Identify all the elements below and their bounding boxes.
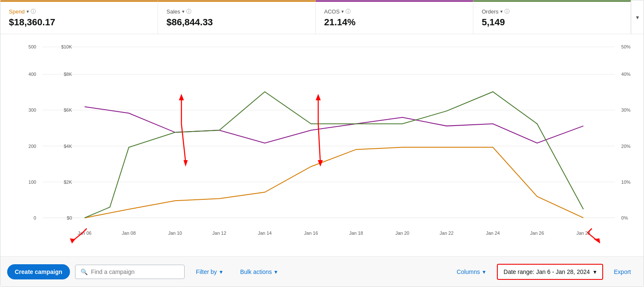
search-input[interactable] bbox=[91, 268, 179, 275]
svg-text:50%: 50% bbox=[621, 44, 631, 49]
columns-chevron-icon: ▾ bbox=[483, 268, 486, 275]
acos-value: 21.14% bbox=[324, 17, 464, 28]
sales-chevron-icon[interactable]: ▾ bbox=[182, 9, 185, 14]
orders-info-icon[interactable]: ⓘ bbox=[504, 8, 510, 15]
filter-by-button[interactable]: Filter by ▾ bbox=[190, 264, 229, 279]
svg-text:Jan 18: Jan 18 bbox=[349, 231, 363, 236]
acos-label: ACOS bbox=[324, 8, 340, 15]
sales-info-icon[interactable]: ⓘ bbox=[186, 8, 191, 15]
search-box: 🔍 bbox=[75, 265, 185, 279]
spend-info-icon[interactable]: ⓘ bbox=[31, 8, 36, 15]
bulk-actions-button[interactable]: Bulk actions ▾ bbox=[234, 264, 284, 279]
metric-sales: Sales ▾ ⓘ $86,844.33 bbox=[158, 0, 316, 34]
main-container: Spend ▾ ⓘ $18,360.17 Sales ▾ ⓘ $86,844.3… bbox=[0, 0, 644, 287]
svg-text:$4K: $4K bbox=[64, 144, 72, 149]
svg-text:$2K: $2K bbox=[64, 180, 72, 185]
svg-text:40%: 40% bbox=[621, 72, 631, 77]
filter-chevron-icon: ▾ bbox=[220, 268, 223, 275]
svg-text:200: 200 bbox=[29, 144, 36, 149]
date-range-label: Date range: Jan 6 - Jan 28, 2024 bbox=[504, 268, 590, 275]
svg-marker-37 bbox=[183, 160, 188, 166]
svg-text:Jan 24: Jan 24 bbox=[486, 231, 500, 236]
bulk-chevron-icon: ▾ bbox=[274, 268, 277, 275]
svg-text:400: 400 bbox=[29, 72, 36, 77]
search-icon: 🔍 bbox=[80, 268, 88, 275]
svg-text:300: 300 bbox=[29, 107, 36, 113]
svg-text:Jan 16: Jan 16 bbox=[304, 231, 318, 236]
columns-label: Columns bbox=[457, 268, 480, 275]
chart-area: 0 100 200 300 400 500 $0 $2K $4K $6K $8K… bbox=[0, 34, 644, 256]
svg-text:Jan 12: Jan 12 bbox=[212, 231, 226, 236]
date-range-button[interactable]: Date range: Jan 6 - Jan 28, 2024 ▾ bbox=[497, 264, 603, 280]
filter-label: Filter by bbox=[196, 268, 217, 275]
svg-text:Jan 10: Jan 10 bbox=[168, 231, 182, 236]
svg-text:0%: 0% bbox=[621, 215, 628, 220]
svg-line-36 bbox=[181, 124, 185, 162]
svg-text:20%: 20% bbox=[621, 144, 631, 149]
columns-button[interactable]: Columns ▾ bbox=[451, 264, 492, 279]
sales-value: $86,844.33 bbox=[166, 17, 307, 28]
svg-marker-46 bbox=[70, 239, 75, 244]
orders-label: Orders bbox=[482, 8, 499, 15]
svg-text:10%: 10% bbox=[621, 180, 631, 185]
svg-marker-39 bbox=[179, 94, 184, 100]
spend-chevron-icon[interactable]: ▾ bbox=[27, 9, 29, 14]
spend-value: $18,360.17 bbox=[9, 17, 149, 28]
metrics-expand-button[interactable]: ▾ bbox=[631, 0, 644, 34]
acos-info-icon[interactable]: ⓘ bbox=[346, 8, 351, 15]
bottom-toolbar: Create campaign 🔍 Filter by ▾ Bulk actio… bbox=[0, 256, 644, 287]
annotation-arrow-sales bbox=[179, 94, 188, 166]
annotation-arrow-acos bbox=[316, 94, 323, 166]
sales-label: Sales bbox=[166, 8, 180, 15]
bulk-label: Bulk actions bbox=[240, 268, 272, 275]
svg-text:Jan 22: Jan 22 bbox=[440, 231, 453, 236]
metrics-bar: Spend ▾ ⓘ $18,360.17 Sales ▾ ⓘ $86,844.3… bbox=[0, 0, 644, 34]
export-button[interactable]: Export bbox=[608, 265, 637, 279]
svg-text:$10K: $10K bbox=[61, 44, 72, 49]
metric-spend: Spend ▾ ⓘ $18,360.17 bbox=[0, 0, 158, 34]
svg-text:0: 0 bbox=[34, 215, 36, 220]
svg-line-40 bbox=[318, 124, 320, 162]
date-range-chevron-icon: ▾ bbox=[593, 268, 596, 275]
svg-marker-49 bbox=[594, 239, 600, 244]
create-campaign-button[interactable]: Create campaign bbox=[7, 264, 70, 279]
metric-acos: ACOS ▾ ⓘ 21.14% bbox=[316, 0, 473, 34]
svg-text:Jan 14: Jan 14 bbox=[258, 231, 272, 236]
svg-text:$8K: $8K bbox=[64, 72, 72, 77]
svg-text:Jan 08: Jan 08 bbox=[122, 231, 136, 236]
orders-value: 5,149 bbox=[482, 17, 622, 28]
svg-text:Jan 26: Jan 26 bbox=[530, 231, 544, 236]
svg-text:500: 500 bbox=[29, 44, 36, 49]
orders-chevron-icon[interactable]: ▾ bbox=[500, 9, 503, 14]
metric-orders: Orders ▾ ⓘ 5,149 bbox=[473, 0, 631, 34]
svg-text:Jan 20: Jan 20 bbox=[395, 231, 409, 236]
chart-svg: 0 100 200 300 400 500 $0 $2K $4K $6K $8K… bbox=[0, 38, 644, 252]
svg-text:100: 100 bbox=[29, 180, 36, 185]
svg-marker-43 bbox=[316, 94, 321, 100]
spend-label: Spend bbox=[9, 8, 25, 15]
svg-text:$0: $0 bbox=[67, 215, 72, 220]
acos-chevron-icon[interactable]: ▾ bbox=[341, 9, 344, 14]
annotation-arrow-bottom-right bbox=[588, 228, 600, 243]
svg-text:30%: 30% bbox=[621, 107, 631, 113]
svg-text:$6K: $6K bbox=[64, 107, 72, 113]
